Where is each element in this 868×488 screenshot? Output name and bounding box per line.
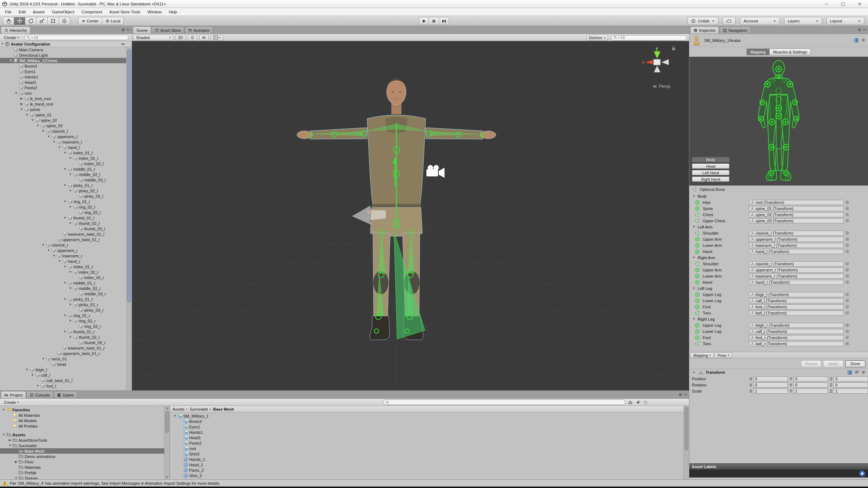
search-by-label-icon[interactable] [636, 400, 640, 404]
scroll-up-arrow-icon[interactable]: ▲ [166, 406, 169, 410]
expand-arrow-icon[interactable]: ▶ [19, 102, 24, 106]
bone-section-right-arm[interactable]: ▼Right Arm [689, 254, 868, 261]
expand-arrow-icon[interactable]: ▼ [63, 297, 67, 301]
object-picker-icon[interactable] [846, 244, 849, 247]
tab-mapping[interactable]: Mapping [746, 48, 769, 55]
project-file-boots3[interactable]: Boots3 [170, 419, 684, 424]
tab-game[interactable]: Game [54, 391, 77, 398]
hierarchy-item-middle-01-l[interactable]: ▼middle_01_l [0, 166, 126, 172]
bone-object-field[interactable]: ball_l (Transform) [749, 311, 844, 316]
hierarchy-item-pants2[interactable]: Pants2 [0, 85, 126, 90]
breadcrumb-survivalist[interactable]: Survivalist [190, 407, 208, 411]
revert-button[interactable]: Revert [801, 360, 821, 367]
project-file-head1[interactable]: Head1 [170, 435, 684, 440]
lock-icon[interactable] [679, 392, 682, 396]
project-file-root[interactable]: root [170, 446, 684, 451]
menu-assets[interactable]: Assets [29, 8, 48, 16]
help-book-icon[interactable] [854, 38, 859, 43]
object-picker-icon[interactable] [846, 299, 849, 302]
done-button[interactable]: Done [845, 360, 865, 367]
project-file-sm-military-1[interactable]: ▼SM_Military_1 [170, 413, 684, 419]
pause-button[interactable] [429, 17, 439, 25]
hierarchy-item-pinky-02-r[interactable]: ▼pinky_02_r [0, 302, 126, 307]
project-folder-demo-animations[interactable]: Demo animations [0, 454, 170, 459]
maximize-button[interactable]: ▢ [835, 0, 851, 8]
bone-object-field[interactable]: hand_r (Transform) [749, 280, 844, 285]
rect-tool-button[interactable] [48, 17, 59, 25]
hierarchy-scene-header[interactable]: ▼ Avatar Configuration ▾≡ [0, 41, 132, 47]
expand-arrow-icon[interactable]: ▼ [30, 119, 35, 122]
project-file-shirt3[interactable]: Shirt3 [170, 451, 684, 457]
play-button[interactable] [419, 17, 429, 25]
bone-section-left-leg[interactable]: ▼Left Leg [689, 285, 868, 291]
object-picker-icon[interactable] [846, 250, 849, 253]
bone-object-field[interactable]: foot_l (Transform) [749, 304, 844, 309]
object-picker-icon[interactable] [846, 219, 849, 222]
expand-arrow-icon[interactable]: ▼ [63, 314, 67, 317]
object-picker-icon[interactable] [846, 311, 849, 314]
scene-viewport[interactable]: y x ≪ Persp [132, 41, 689, 390]
hierarchy-item-hand-l[interactable]: ▼hand_l [0, 145, 126, 150]
expand-arrow-icon[interactable]: ▼ [35, 384, 40, 388]
hierarchy-item-ring-02-r[interactable]: ▼ring_02_r [0, 318, 126, 324]
tab-inspector[interactable]: i Inspector [690, 26, 719, 34]
transform-tool-button[interactable] [59, 17, 70, 25]
favorite-search-icon[interactable] [643, 400, 648, 404]
project-files-scrollbar-thumb[interactable] [685, 407, 688, 450]
menu-gameobject[interactable]: GameObject [48, 8, 78, 16]
rotation-x-field[interactable]: 0 [753, 382, 788, 388]
mapping-menu-dropdown[interactable]: Mapping ▾ [690, 352, 714, 358]
scene-audio-toggle[interactable] [199, 35, 209, 40]
rotation-z-field[interactable]: 0 [833, 382, 868, 388]
hierarchy-item-middle-03-l[interactable]: middle_03_l [0, 177, 126, 183]
search-filter-arrow-icon[interactable]: ▾ [31, 36, 33, 39]
hierarchy-item-spine-01[interactable]: ▼spine_01 [0, 112, 126, 117]
position-z-field[interactable]: 0 [833, 376, 868, 381]
expand-arrow-icon[interactable]: ▼ [35, 124, 40, 127]
object-picker-icon[interactable] [846, 207, 849, 210]
hierarchy-item-upperarm-l[interactable]: ▼upperarm_l [0, 134, 126, 139]
bone-object-field[interactable]: clavicle_r (Transform) [749, 261, 844, 266]
scale-y-field[interactable]: 1 [793, 389, 828, 394]
pivot-center-button[interactable]: Center [78, 17, 102, 25]
expand-arrow-icon[interactable]: ▼ [68, 270, 73, 274]
object-picker-icon[interactable] [846, 324, 849, 327]
label-tag-icon[interactable] [859, 470, 865, 477]
expand-arrow-icon[interactable]: ▶ [14, 460, 18, 463]
menu-edit[interactable]: Edit [15, 8, 29, 16]
scale-x-field[interactable]: 1 [753, 389, 788, 394]
project-file-shirt-3[interactable]: Shirt_3 [170, 473, 684, 478]
expand-arrow-icon[interactable]: ▼ [30, 373, 35, 377]
hierarchy-item-hands1[interactable]: Hands1 [0, 74, 126, 80]
2d-toggle[interactable]: 2D [175, 35, 186, 40]
expand-arrow-icon[interactable]: ▼ [0, 42, 5, 46]
hierarchy-create-button[interactable]: Create ▾ [1, 35, 21, 40]
panel-menu-icon[interactable]: ▾≡ [127, 28, 130, 31]
bone-object-field[interactable]: ball_r (Transform) [749, 341, 844, 346]
scene-effects-dropdown[interactable]: ▾ [211, 35, 223, 40]
asset-labels-header[interactable]: Asset Labels [689, 463, 868, 470]
expand-arrow-icon[interactable]: ▼ [68, 189, 73, 192]
tab-navigation[interactable]: Navigation [719, 26, 751, 34]
expand-arrow-icon[interactable]: ▼ [63, 216, 67, 219]
help-book-icon[interactable] [847, 370, 852, 375]
object-picker-icon[interactable] [846, 342, 849, 345]
breadcrumb-assets[interactable]: Assets [173, 407, 184, 411]
project-file-pants2[interactable]: Pants2 [170, 440, 684, 446]
object-picker-icon[interactable] [846, 305, 849, 308]
hierarchy-item-ring-01-r[interactable]: ▼ring_01_r [0, 313, 126, 318]
expand-arrow-icon[interactable]: ▶ [19, 97, 24, 100]
object-picker-icon[interactable] [846, 231, 849, 235]
bone-object-field[interactable]: thigh_r (Transform) [749, 323, 844, 328]
project-favorite-all-models[interactable]: All Models [0, 418, 170, 423]
tab-scene[interactable]: Scene [133, 26, 151, 34]
hierarchy-item-calf-twist-01-l[interactable]: calf_twist_01_l [0, 378, 126, 383]
expand-arrow-icon[interactable]: ▼ [41, 357, 46, 360]
expand-arrow-icon[interactable]: ▼ [52, 140, 56, 144]
project-folder-materials[interactable]: Materials [0, 465, 170, 470]
expand-arrow-icon[interactable]: ▼ [68, 319, 73, 322]
project-favorite-favorites[interactable]: ▼Favorites [0, 407, 170, 412]
project-tree-scrollbar[interactable]: ▲ ▼ [164, 406, 170, 479]
scale-tool-button[interactable] [37, 17, 48, 25]
hierarchy-item-thumb-03-r[interactable]: thumb_03_r [0, 340, 126, 345]
